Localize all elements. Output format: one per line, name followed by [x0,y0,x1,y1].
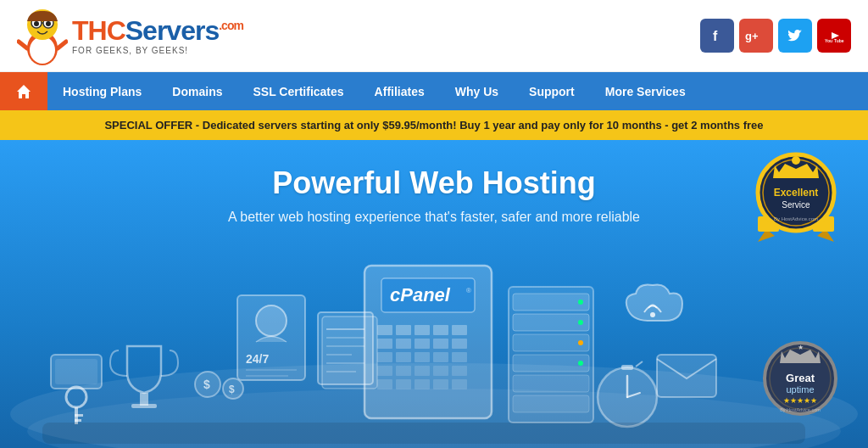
svg-point-1 [30,36,55,64]
logo-tagline: FOR GEEKS, BY GEEKS! [72,46,243,55]
svg-text:uptime: uptime [786,384,814,395]
svg-text:$: $ [229,384,235,395]
svg-rect-87 [621,365,633,370]
hero-title: Powerful Web Hosting [272,165,595,201]
badge-excellent-service: Excellent Service By HostAdvice.com [749,148,843,242]
nav-domains[interactable]: Domains [157,72,237,110]
svg-point-80 [578,320,583,325]
svg-point-82 [578,361,583,366]
facebook-button[interactable]: f [700,19,734,53]
svg-rect-60 [433,352,448,362]
svg-rect-53 [396,339,411,349]
svg-rect-89 [42,423,805,444]
svg-rect-64 [415,366,430,376]
svg-rect-54 [415,339,430,349]
svg-rect-48 [396,325,411,335]
nav-why-us[interactable]: Why Us [440,72,514,110]
svg-point-5 [34,21,39,26]
svg-rect-59 [415,352,430,362]
svg-point-31 [256,305,287,336]
hero-section: Powerful Web Hosting A better web hostin… [0,140,868,448]
svg-rect-49 [415,325,430,335]
svg-rect-70 [433,379,448,389]
svg-rect-71 [452,379,467,389]
svg-text:g+: g+ [745,30,759,42]
twitter-button[interactable] [778,19,812,53]
badge-great-uptime: ★ Great uptime ★★★★★ By HostAdvice.com [758,338,843,423]
svg-rect-78 [513,395,589,412]
svg-text:Service: Service [782,200,810,210]
svg-rect-67 [377,379,392,389]
nav-home-button[interactable] [0,72,47,110]
logo-brand: THCServers.com [72,17,243,44]
nav-more-services[interactable]: More Services [590,72,701,110]
svg-text:24/7: 24/7 [246,352,269,366]
special-offer-bar: SPECIAL OFFER - Dedicated servers starti… [0,110,868,140]
svg-rect-61 [452,352,467,362]
nav-affiliates[interactable]: Affiliates [359,72,440,110]
svg-rect-66 [452,366,467,376]
svg-rect-76 [513,355,589,372]
nav-support[interactable]: Support [514,72,590,110]
svg-rect-25 [131,404,157,408]
nav-ssl-certificates[interactable]: SSL Certificates [237,72,359,110]
svg-text:Tube: Tube [834,38,844,43]
svg-rect-24 [140,393,148,406]
svg-rect-74 [513,314,589,331]
svg-text:★: ★ [798,344,804,351]
special-offer-text: SPECIAL OFFER - Dedicated servers starti… [104,119,763,132]
svg-text:Great: Great [786,372,815,384]
svg-line-9 [58,42,66,48]
googleplus-button[interactable]: g+ [739,19,773,53]
svg-text:You: You [825,38,832,43]
svg-text:★★★★★: ★★★★★ [783,396,817,405]
svg-point-83 [650,312,655,317]
svg-point-81 [578,340,583,345]
svg-text:cPanel: cPanel [390,284,451,305]
logo-area[interactable]: THCServers.com FOR GEEKS, BY GEEKS! [17,6,243,65]
svg-rect-23 [75,419,81,422]
svg-rect-68 [396,379,411,389]
svg-rect-57 [377,352,392,362]
svg-rect-58 [396,352,411,362]
svg-rect-22 [75,414,83,417]
svg-point-6 [46,21,51,26]
svg-rect-73 [513,294,589,311]
svg-point-79 [578,300,583,305]
hero-subtitle: A better web hosting experience that's f… [228,210,640,225]
svg-rect-56 [452,339,467,349]
svg-rect-63 [396,366,411,376]
svg-rect-52 [377,339,392,349]
svg-rect-51 [452,325,467,335]
svg-rect-55 [433,339,448,349]
svg-rect-88 [657,355,716,397]
main-navigation: Hosting Plans Domains SSL Certificates A… [0,72,868,110]
svg-line-8 [19,42,27,48]
svg-text:By HostAdvice.com: By HostAdvice.com [774,216,818,221]
svg-point-98 [792,156,800,165]
svg-text:Excellent: Excellent [774,187,819,199]
logo-text: THCServers.com FOR GEEKS, BY GEEKS! [72,17,243,55]
hero-illustration: $ $ 24/7 [0,261,868,448]
mascot-icon [17,6,68,65]
social-icons: f g+ You Tube [700,19,851,53]
svg-rect-47 [377,325,392,335]
svg-rect-50 [433,325,448,335]
svg-rect-19 [55,359,97,384]
svg-rect-65 [433,366,448,376]
svg-rect-77 [513,375,589,392]
youtube-button[interactable]: You Tube [817,19,851,53]
svg-rect-62 [377,366,392,376]
svg-text:By HostAdvice.com: By HostAdvice.com [780,407,821,412]
svg-rect-75 [513,334,589,351]
nav-hosting-plans[interactable]: Hosting Plans [47,72,157,110]
svg-text:$: $ [203,378,210,391]
site-header: THCServers.com FOR GEEKS, BY GEEKS! f g+… [0,0,868,72]
svg-text:®: ® [466,287,471,294]
svg-text:f: f [713,29,718,43]
svg-rect-69 [415,379,430,389]
